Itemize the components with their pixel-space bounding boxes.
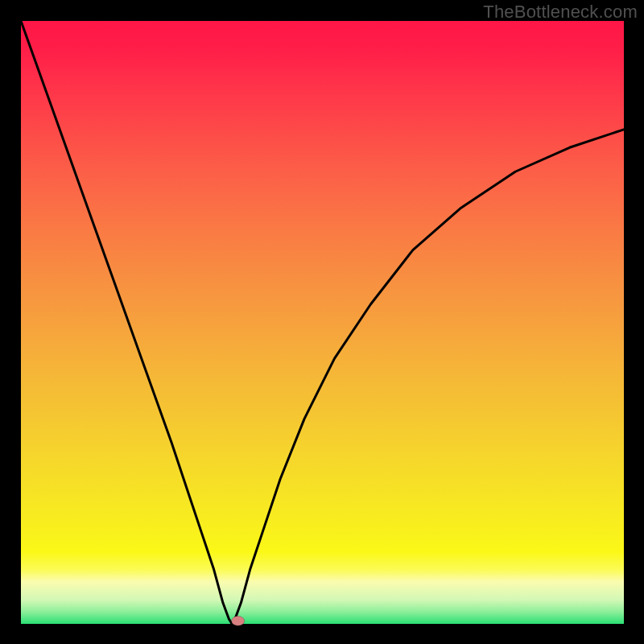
chart-svg bbox=[0, 0, 644, 644]
svg-point-2 bbox=[232, 616, 245, 625]
watermark-text: TheBottleneck.com bbox=[483, 2, 638, 23]
bottleneck-chart bbox=[0, 0, 644, 644]
svg-rect-1 bbox=[21, 21, 624, 624]
